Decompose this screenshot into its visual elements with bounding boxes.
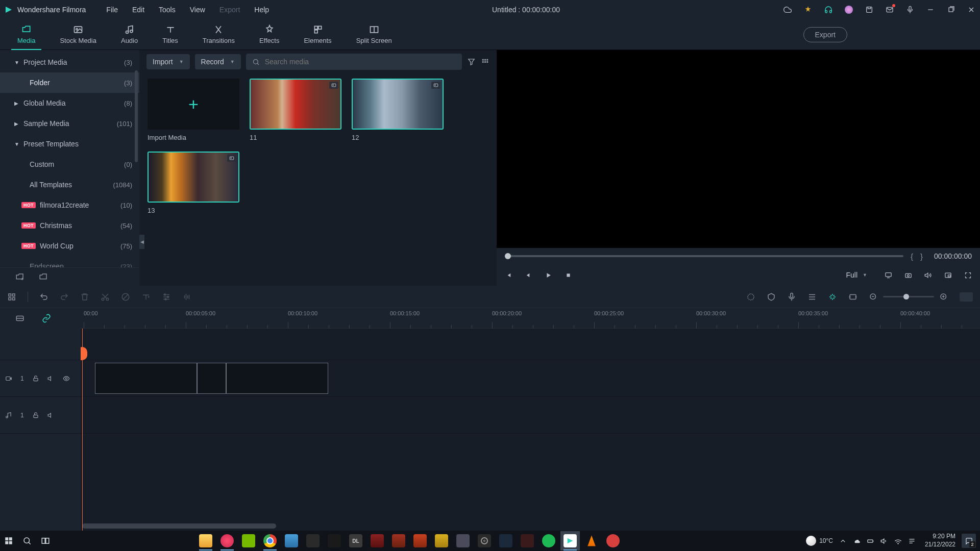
taskbar-app[interactable] (389, 531, 408, 550)
taskbar-app[interactable] (368, 531, 387, 550)
track-toggle-icon[interactable] (15, 314, 24, 323)
display-icon[interactable] (885, 271, 892, 279)
sidebar-item-project-media[interactable]: ▼Project Media(3) (0, 52, 139, 72)
taskbar-app-vlc[interactable] (582, 531, 601, 550)
tray-network-icon[interactable] (894, 537, 902, 545)
tray-lang-icon[interactable] (908, 537, 916, 545)
link-icon[interactable] (42, 314, 51, 323)
taskbar-app[interactable] (518, 531, 537, 550)
menu-help[interactable]: Help (254, 6, 269, 14)
taskbar-app-filmora[interactable] (560, 531, 580, 550)
mark-out-icon[interactable]: } (920, 252, 923, 261)
cut-icon[interactable] (101, 292, 110, 302)
account-icon[interactable] (844, 5, 853, 14)
marker-icon[interactable] (767, 292, 776, 302)
menu-file[interactable]: File (106, 6, 118, 14)
new-folder-icon[interactable] (15, 272, 24, 282)
taskbar-app-nvidia[interactable] (239, 531, 258, 550)
menu-export[interactable]: Export (219, 6, 240, 14)
playhead[interactable] (82, 329, 83, 531)
timeline-clip[interactable] (197, 363, 226, 394)
taskbar-app-opera[interactable] (217, 531, 237, 550)
sidebar-item-filmora12create[interactable]: HOTfilmora12create(10) (0, 195, 139, 215)
zoom-out-icon[interactable] (869, 292, 878, 302)
search-taskbar-icon[interactable] (22, 536, 32, 545)
play-icon[interactable] (545, 271, 552, 279)
close-icon[interactable] (967, 5, 976, 14)
fullscreen-icon[interactable] (964, 271, 972, 279)
start-icon[interactable] (4, 536, 13, 545)
sidebar-item-endscreen[interactable]: Endscreen(23) (0, 256, 139, 267)
taskbar-app[interactable] (303, 531, 323, 550)
menu-tools[interactable]: Tools (159, 6, 176, 14)
zoom-slider[interactable] (883, 296, 934, 297)
timeline-clip[interactable] (226, 363, 328, 394)
maximize-icon[interactable] (946, 5, 955, 14)
taskview-icon[interactable] (41, 536, 50, 545)
sidebar-item-preset-templates[interactable]: ▼Preset Templates (0, 134, 139, 154)
lock-icon[interactable] (32, 375, 39, 382)
snapshot-icon[interactable] (904, 271, 912, 279)
undo-icon[interactable] (39, 292, 48, 302)
audio-tool-icon[interactable] (182, 292, 191, 302)
sidebar-item-sample-media[interactable]: ▶Sample Media(101) (0, 113, 139, 134)
scrub-track[interactable] (505, 255, 903, 257)
taskbar-app[interactable] (282, 531, 301, 550)
weather-widget[interactable]: 10°C (806, 536, 833, 546)
taskbar-app-chrome[interactable] (260, 531, 280, 550)
sidebar-scrollbar[interactable] (135, 70, 138, 162)
tray-battery-icon[interactable] (867, 537, 874, 545)
time-ruler[interactable]: 00:0000:00:05:0000:00:10:0000:00:15:0000… (81, 308, 980, 329)
tab-audio[interactable]: Audio (109, 24, 150, 44)
collapse-handle[interactable]: ◀ (139, 235, 144, 249)
record-dropdown[interactable]: Record▼ (195, 54, 241, 69)
preview-viewport[interactable] (497, 50, 980, 248)
play-backward-icon[interactable] (525, 271, 532, 279)
taskbar-app[interactable] (603, 531, 623, 550)
auto-tool-icon[interactable] (828, 292, 837, 302)
sidebar-item-all-templates[interactable]: All Templates(1084) (0, 174, 139, 195)
zoom-in-icon[interactable] (939, 292, 948, 302)
adjust-icon[interactable] (162, 292, 171, 302)
stop-icon[interactable] (565, 271, 572, 279)
sidebar-item-world-cup[interactable]: HOTWorld Cup(75) (0, 236, 139, 256)
filter-icon[interactable] (467, 58, 476, 66)
mic-icon[interactable] (905, 5, 915, 14)
taskbar-app[interactable] (453, 531, 473, 550)
taskbar-app[interactable] (325, 531, 344, 550)
tips-icon[interactable] (803, 5, 813, 14)
import-media-tile[interactable]: + Import Media (148, 79, 239, 141)
timeline-clip[interactable] (95, 363, 197, 394)
tab-media[interactable]: Media (5, 24, 47, 44)
mute-icon[interactable] (47, 412, 55, 419)
mute-icon[interactable] (47, 375, 55, 382)
grid-view-icon[interactable] (481, 58, 489, 66)
crop-icon[interactable] (121, 292, 130, 302)
tab-titles[interactable]: Titles (150, 24, 190, 44)
tab-effects[interactable]: Effects (247, 24, 292, 44)
scrub-handle[interactable] (505, 253, 511, 259)
export-button[interactable]: Export (803, 27, 847, 42)
media-clip-11[interactable]: 11 (250, 79, 341, 141)
taskbar-app[interactable]: DL (346, 531, 365, 550)
mixer-icon[interactable] (807, 292, 817, 302)
folder-icon[interactable] (39, 272, 48, 282)
pip-icon[interactable] (944, 271, 952, 279)
voiceover-icon[interactable] (787, 292, 796, 302)
media-clip-13[interactable]: 13 (148, 152, 239, 214)
search-input[interactable] (265, 58, 456, 66)
taskbar-app-spotify[interactable] (539, 531, 558, 550)
zoom-handle[interactable] (903, 294, 909, 299)
grid-tool-icon[interactable] (7, 292, 16, 302)
fit-screen-icon[interactable] (848, 292, 857, 302)
render-icon[interactable] (746, 292, 755, 302)
taskbar-app[interactable] (496, 531, 516, 550)
minimize-icon[interactable] (926, 5, 935, 14)
mark-in-icon[interactable]: { (911, 252, 913, 261)
media-clip-12[interactable]: 12 (352, 79, 444, 141)
taskbar-app-explorer[interactable] (196, 531, 215, 550)
sidebar-item-custom[interactable]: Custom(0) (0, 154, 139, 174)
tray-chevron-icon[interactable] (839, 537, 847, 545)
taskbar-app[interactable] (410, 531, 430, 550)
notifications-icon[interactable]: 2 (962, 534, 976, 548)
